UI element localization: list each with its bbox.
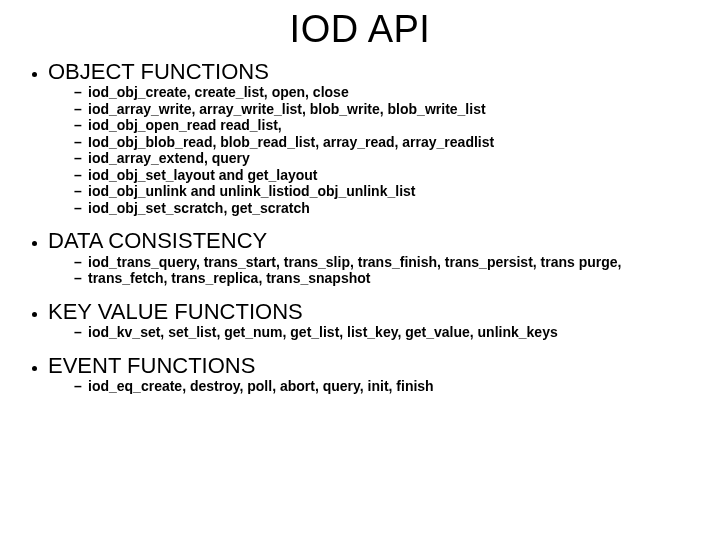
section-event-functions: EVENT FUNCTIONS iod_eq_create, destroy, …	[48, 353, 700, 395]
list-item: Iod_obj_blob_read, blob_read_list, array…	[74, 134, 700, 151]
list-item: iod_kv_set, set_list, get_num, get_list,…	[74, 324, 700, 341]
list-item: iod_array_extend, query	[74, 150, 700, 167]
section-object-functions: OBJECT FUNCTIONS iod_obj_create, create_…	[48, 59, 700, 216]
list-item: iod_obj_create, create_list, open, close	[74, 84, 700, 101]
list-item: iod_obj_open_read read_list,	[74, 117, 700, 134]
list-item: iod_obj_set_layout and get_layout	[74, 167, 700, 184]
list-item: iod_eq_create, destroy, poll, abort, que…	[74, 378, 700, 395]
section-items: iod_eq_create, destroy, poll, abort, que…	[48, 378, 700, 395]
list-item: trans_fetch, trans_replica, trans_snapsh…	[74, 270, 700, 287]
section-items: iod_kv_set, set_list, get_num, get_list,…	[48, 324, 700, 341]
section-key-value-functions: KEY VALUE FUNCTIONS iod_kv_set, set_list…	[48, 299, 700, 341]
section-items: iod_trans_query, trans_start, trans_slip…	[48, 254, 700, 287]
page-title: IOD API	[20, 8, 700, 51]
section-heading: OBJECT FUNCTIONS	[48, 59, 269, 84]
slide: IOD API OBJECT FUNCTIONS iod_obj_create,…	[0, 0, 720, 540]
section-data-consistency: DATA CONSISTENCY iod_trans_query, trans_…	[48, 228, 700, 286]
list-item: iod_obj_set_scratch, get_scratch	[74, 200, 700, 217]
section-items: iod_obj_create, create_list, open, close…	[48, 84, 700, 216]
list-item: iod_obj_unlink and unlink_listiod_obj_un…	[74, 183, 700, 200]
list-item: iod_trans_query, trans_start, trans_slip…	[74, 254, 700, 271]
section-heading: KEY VALUE FUNCTIONS	[48, 299, 303, 324]
section-heading: DATA CONSISTENCY	[48, 228, 267, 253]
section-heading: EVENT FUNCTIONS	[48, 353, 255, 378]
list-item: iod_array_write, array_write_list, blob_…	[74, 101, 700, 118]
sections-list: OBJECT FUNCTIONS iod_obj_create, create_…	[20, 59, 700, 394]
